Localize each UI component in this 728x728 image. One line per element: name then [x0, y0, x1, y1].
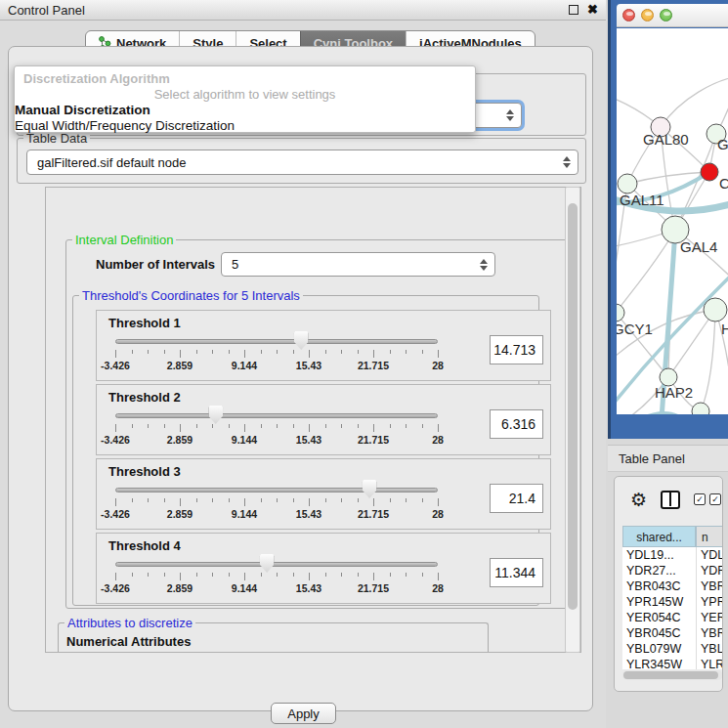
- network-node-H[interactable]: [704, 298, 727, 321]
- slider-tick: [261, 350, 262, 354]
- table-data-group-title: Table Data: [23, 131, 90, 146]
- table-row[interactable]: YPR145WYPR1: [622, 594, 723, 610]
- threshold-slider-thumb[interactable]: [363, 480, 377, 498]
- close-icon[interactable]: ✖: [587, 5, 598, 15]
- slider-tick-label: 15.43: [296, 360, 321, 371]
- combobox-stepper-icon: [563, 156, 571, 168]
- table-row[interactable]: YBL079WYBL0: [622, 641, 723, 657]
- minimize-traffic-light-icon[interactable]: [641, 9, 654, 21]
- slider-tick: [261, 573, 262, 577]
- network-node-label: H: [721, 321, 728, 337]
- network-node-GAL11[interactable]: [618, 174, 637, 193]
- column-header-2[interactable]: n: [696, 526, 723, 547]
- slider-tick: [406, 498, 407, 502]
- columns-icon[interactable]: [661, 491, 680, 509]
- slider-tick: [164, 350, 165, 354]
- checkbox-icon[interactable]: ✓: [694, 493, 706, 505]
- settings-vertical-scrollbar[interactable]: [565, 187, 580, 653]
- gear-icon[interactable]: ⚙: [630, 491, 647, 509]
- network-node-label: GAL4: [680, 238, 717, 255]
- network-node-red-node[interactable]: [701, 163, 718, 181]
- algorithm-option-2[interactable]: Equal Width/Frequency Discretization: [15, 118, 235, 133]
- slider-tick: [244, 350, 245, 358]
- column-header-1[interactable]: shared...: [622, 526, 696, 547]
- slider-tick-label: 28: [432, 508, 444, 520]
- network-node-node-partial[interactable]: [692, 403, 709, 414]
- table-row[interactable]: YER054CYER0: [622, 610, 723, 625]
- column-divider: [696, 578, 697, 594]
- checkbox-icon[interactable]: ✓: [709, 493, 721, 505]
- number-of-intervals-combobox[interactable]: 5: [221, 252, 495, 277]
- close-traffic-light-icon[interactable]: [622, 9, 635, 21]
- slider-tick: [115, 424, 116, 432]
- slider-tick: [148, 424, 149, 428]
- cyni-toolbox-panel: Table Data galFiltered.sif default node …: [8, 46, 593, 711]
- threshold-panel-1: Threshold 1-3.4262.8599.14415.4321.71528…: [96, 310, 551, 381]
- algorithm-option-1[interactable]: Manual Discretization: [15, 103, 150, 117]
- slider-tick: [373, 350, 374, 358]
- threshold-value-field[interactable]: 14.713: [490, 335, 543, 364]
- slider-tick: [309, 350, 310, 358]
- slider-tick: [180, 424, 181, 432]
- table-row[interactable]: YLR345WYLR3: [622, 657, 723, 669]
- table-row[interactable]: YDR27...YDR2: [622, 563, 723, 578]
- threshold-slider-thumb[interactable]: [208, 406, 223, 424]
- slider-tick: [244, 573, 245, 580]
- slider-tick-labels: -3.4262.8599.14415.4321.71528: [115, 360, 438, 371]
- thresholds-group-title: Threshold's Coordinates for 5 Intervals: [79, 288, 303, 303]
- network-canvas[interactable]: GAL80GACGAL11GAL4GCY1HHAP2: [617, 28, 728, 414]
- cell-name: YLR3: [701, 657, 723, 669]
- slider-tick: [132, 573, 133, 577]
- slider-tick: [212, 573, 213, 577]
- apply-button[interactable]: Apply: [271, 703, 336, 724]
- combobox-stepper-icon: [506, 109, 514, 121]
- network-node-GCY1[interactable]: [617, 304, 624, 321]
- threshold-value-field[interactable]: 21.4: [490, 484, 543, 513]
- table-panel-toolbar: ⚙ ✓ ✓: [615, 477, 723, 522]
- threshold-slider-thumb[interactable]: [260, 554, 275, 573]
- slider-tick: [148, 573, 149, 577]
- slider-tick: [212, 424, 213, 428]
- network-window-titlebar[interactable]: [617, 4, 728, 27]
- threshold-slider-track[interactable]: [115, 562, 438, 567]
- slider-tick: [422, 424, 423, 428]
- network-edge: [617, 230, 675, 313]
- slider-tick-label: 9.144: [232, 508, 257, 520]
- threshold-slider-track[interactable]: [115, 488, 438, 492]
- cell-shared-name: YBL079W: [626, 641, 681, 657]
- node-attribute-table: shared...n YDL19...YDL1YDR27...YDR2YBR04…: [622, 526, 723, 669]
- cell-shared-name: YDL19...: [626, 547, 674, 563]
- threshold-slider-track[interactable]: [115, 413, 438, 418]
- slider-tick: [341, 424, 342, 428]
- column-divider: [696, 547, 697, 563]
- slider-tick: [196, 573, 197, 577]
- table-row[interactable]: YBR043CYBR0: [622, 578, 723, 594]
- threshold-value-field[interactable]: 11.344: [490, 558, 543, 587]
- threshold-slider-thumb[interactable]: [294, 331, 309, 350]
- table-row[interactable]: YDL19...YDL1: [622, 547, 723, 563]
- slider-tick-label: 9.144: [232, 582, 257, 594]
- attributes-group-title: Attributes to discretize: [64, 616, 195, 630]
- threshold-slider-track[interactable]: [115, 339, 438, 344]
- slider-tick: [148, 498, 149, 502]
- slider-tick: [341, 350, 342, 354]
- slider-tick: [229, 498, 230, 502]
- float-window-icon[interactable]: [569, 5, 578, 15]
- column-divider: [696, 594, 697, 610]
- threshold-value-field[interactable]: 6.316: [490, 409, 543, 439]
- threshold-panel-4: Threshold 4-3.4262.8599.14415.4321.71528…: [96, 533, 551, 604]
- slider-tick: [422, 573, 423, 577]
- slider-tick-labels: -3.4262.8599.14415.4321.71528: [115, 582, 438, 594]
- slider-tick: [261, 498, 262, 502]
- slider-tick: [422, 350, 423, 354]
- cell-shared-name: YPR145W: [626, 594, 683, 610]
- slider-tick: [358, 573, 359, 577]
- table-data-combobox[interactable]: galFiltered.sif default node: [26, 150, 578, 175]
- slider-tick: [390, 350, 391, 354]
- slider-tick: [180, 350, 181, 358]
- zoom-traffic-light-icon[interactable]: [660, 9, 672, 21]
- slider-tick-label: 28: [432, 582, 444, 594]
- table-horizontal-scrollbar[interactable]: [622, 670, 723, 680]
- table-row[interactable]: YBR045CYBR0: [622, 625, 723, 641]
- window-title: Control Panel: [8, 3, 85, 18]
